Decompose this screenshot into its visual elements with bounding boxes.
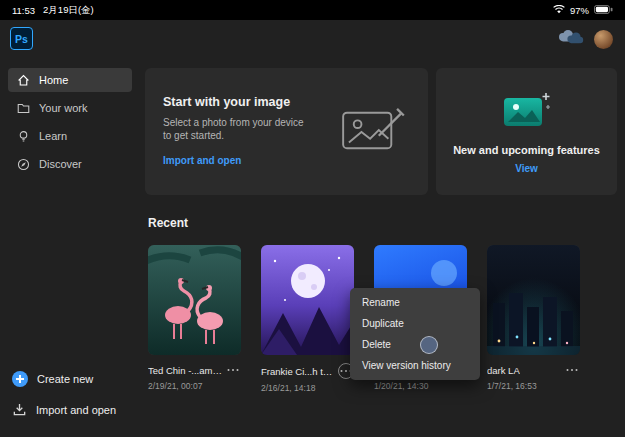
menu-item-duplicate[interactable]: Duplicate (350, 313, 480, 334)
more-icon (345, 370, 348, 373)
more-icon (571, 369, 574, 372)
start-card-description: Select a photo from your device to get s… (163, 116, 313, 142)
document-name: dark LA (487, 365, 520, 376)
import-icon (12, 402, 27, 417)
image-placeholder-icon (338, 104, 428, 160)
sidebar-item-label: Home (39, 74, 68, 86)
photoshop-logo: Ps (10, 27, 33, 50)
more-options-button[interactable] (564, 363, 580, 377)
create-new-button[interactable]: Create new (12, 371, 93, 387)
plus-icon (12, 371, 28, 387)
document-name: Ted Chin -...amingos (2) (148, 365, 224, 376)
home-icon (17, 74, 30, 87)
folder-icon (17, 102, 30, 115)
document-thumbnail-dark-la[interactable] (487, 245, 580, 355)
battery-percent: 97% (570, 5, 589, 16)
document-thumbnail-flamingos[interactable] (148, 245, 241, 355)
import-and-open-label: Import and open (36, 404, 116, 416)
document-name: Frankie Ci...h to Believe (261, 366, 337, 377)
sidebar-item-home[interactable]: Home (8, 68, 132, 92)
clock: 11:53 (12, 5, 35, 16)
recent-document: dark LA 1/7/21, 16:53 (487, 245, 580, 391)
date: 2月19日(金) (43, 4, 94, 17)
menu-item-rename[interactable]: Rename (350, 292, 480, 313)
sidebar-item-label: Your work (39, 102, 88, 114)
sidebar-item-label: Learn (39, 130, 67, 142)
compass-icon (17, 158, 30, 171)
sidebar-item-learn[interactable]: Learn (8, 124, 132, 148)
sidebar-item-your-work[interactable]: Your work (8, 96, 132, 120)
new-features-card: New and upcoming features View (436, 68, 617, 195)
sidebar-item-discover[interactable]: Discover (8, 152, 132, 176)
touch-indicator (420, 336, 438, 354)
recent-heading: Recent (148, 216, 188, 230)
create-new-label: Create new (37, 373, 93, 385)
battery-icon (594, 5, 613, 16)
features-card-title: New and upcoming features (453, 144, 600, 156)
menu-item-delete[interactable]: Delete (350, 334, 480, 355)
creative-cloud-sync-icon[interactable] (556, 28, 584, 50)
document-thumbnail-moon-art[interactable] (261, 245, 354, 355)
start-with-image-card: Start with your image Select a photo fro… (145, 68, 428, 195)
recent-document: Frankie Ci...h to Believe 2/16/21, 14:18 (261, 245, 354, 393)
lightbulb-icon (17, 130, 30, 143)
document-date: 2/19/21, 00:07 (148, 381, 241, 391)
avatar[interactable] (594, 30, 613, 49)
features-view-link[interactable]: View (515, 163, 538, 174)
menu-item-view-version-history[interactable]: View version history (350, 355, 480, 376)
more-icon (232, 369, 235, 372)
features-image-icon (501, 90, 553, 134)
document-date: 1/20/21, 14:30 (374, 381, 467, 391)
document-context-menu: Rename Duplicate Delete View version his… (350, 288, 480, 380)
start-card-title: Start with your image (163, 95, 330, 109)
import-and-open-button[interactable]: Import and open (12, 402, 116, 417)
document-date: 1/7/21, 16:53 (487, 381, 580, 391)
app-screen: 11:53 2月19日(金) 97% Ps (0, 0, 625, 437)
import-and-open-link[interactable]: Import and open (163, 155, 241, 166)
document-date: 2/16/21, 14:18 (261, 383, 354, 393)
sidebar-item-label: Discover (39, 158, 82, 170)
more-options-button[interactable] (225, 363, 241, 377)
wifi-icon (553, 5, 565, 16)
status-bar: 11:53 2月19日(金) 97% (0, 0, 625, 20)
recent-document: Ted Chin -...amingos (2) 2/19/21, 00:07 (148, 245, 241, 391)
